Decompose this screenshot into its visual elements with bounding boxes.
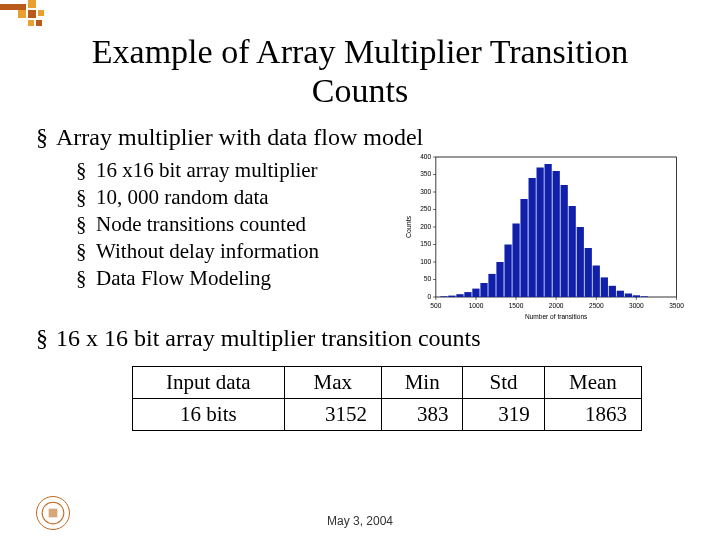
svg-text:50: 50 <box>424 275 432 282</box>
histogram-chart: 050100 150200250 300350400 500100 <box>402 151 684 321</box>
svg-text:100: 100 <box>420 258 431 265</box>
title-line-1: Example of Array Multiplier Transition <box>92 33 628 70</box>
svg-rect-53 <box>585 248 592 297</box>
svg-rect-42 <box>496 262 503 297</box>
stats-table-wrap: Input data Max Min Std Mean 16 bits 3152… <box>132 366 642 431</box>
footer-date: May 3, 2004 <box>0 514 720 528</box>
svg-rect-55 <box>601 278 608 298</box>
svg-text:400: 400 <box>420 153 431 160</box>
svg-rect-47 <box>537 168 544 298</box>
svg-rect-52 <box>577 227 584 297</box>
svg-text:3000: 3000 <box>629 302 644 309</box>
cell-mean: 1863 <box>544 399 641 431</box>
svg-rect-36 <box>448 296 455 297</box>
svg-rect-49 <box>553 171 560 297</box>
svg-rect-35 <box>440 296 447 297</box>
col-input: Input data <box>133 367 285 399</box>
svg-text:1500: 1500 <box>509 302 524 309</box>
bullet-1: Array multiplier with data flow model 16… <box>36 124 684 321</box>
cell-std: 319 <box>463 399 544 431</box>
svg-rect-40 <box>480 283 487 297</box>
svg-rect-48 <box>545 164 552 297</box>
bullet-2: 16 x 16 bit array multiplier transition … <box>36 325 684 352</box>
svg-text:0: 0 <box>427 293 431 300</box>
svg-text:150: 150 <box>420 240 431 247</box>
bullet-1-text: Array multiplier with data flow model <box>56 124 423 150</box>
svg-rect-37 <box>456 294 463 297</box>
col-std: Std <box>463 367 544 399</box>
col-max: Max <box>284 367 381 399</box>
svg-text:250: 250 <box>420 205 431 212</box>
stats-table: Input data Max Min Std Mean 16 bits 3152… <box>132 366 642 431</box>
svg-rect-38 <box>464 292 471 297</box>
svg-rect-51 <box>569 206 576 297</box>
svg-rect-60 <box>641 296 648 297</box>
svg-rect-50 <box>561 185 568 297</box>
svg-rect-43 <box>504 245 511 298</box>
col-mean: Mean <box>544 367 641 399</box>
cell-bits: 16 bits <box>133 399 285 431</box>
svg-text:2000: 2000 <box>549 302 564 309</box>
svg-rect-57 <box>617 291 624 297</box>
svg-text:Number of transitions: Number of transitions <box>525 313 588 320</box>
slide-body: Array multiplier with data flow model 16… <box>0 110 720 431</box>
subbullet-e: Data Flow Modeling <box>56 265 396 292</box>
svg-rect-56 <box>609 286 616 297</box>
svg-rect-44 <box>512 224 519 298</box>
slide-corner-ornament <box>0 0 70 30</box>
title-line-2: Counts <box>312 72 408 109</box>
svg-rect-54 <box>593 266 600 298</box>
svg-text:Counts: Counts <box>406 215 413 238</box>
svg-text:300: 300 <box>420 188 431 195</box>
subbullet-d: Without delay information <box>56 238 396 265</box>
svg-text:2500: 2500 <box>589 302 604 309</box>
svg-rect-58 <box>625 294 632 298</box>
svg-rect-59 <box>633 295 640 297</box>
svg-text:350: 350 <box>420 170 431 177</box>
slide-title: Example of Array Multiplier Transition C… <box>0 32 720 110</box>
subbullet-a: 16 x16 bit array multiplier <box>56 157 396 184</box>
cell-max: 3152 <box>284 399 381 431</box>
svg-text:200: 200 <box>420 223 431 230</box>
svg-text:500: 500 <box>430 302 441 309</box>
cell-min: 383 <box>381 399 462 431</box>
svg-rect-46 <box>529 178 536 297</box>
svg-rect-41 <box>488 274 495 297</box>
svg-text:1000: 1000 <box>469 302 484 309</box>
svg-rect-39 <box>472 289 479 297</box>
subbullet-c: Node transitions counted <box>56 211 396 238</box>
svg-text:3500: 3500 <box>669 302 684 309</box>
subbullet-b: 10, 000 random data <box>56 184 396 211</box>
col-min: Min <box>381 367 462 399</box>
svg-rect-45 <box>520 199 527 297</box>
